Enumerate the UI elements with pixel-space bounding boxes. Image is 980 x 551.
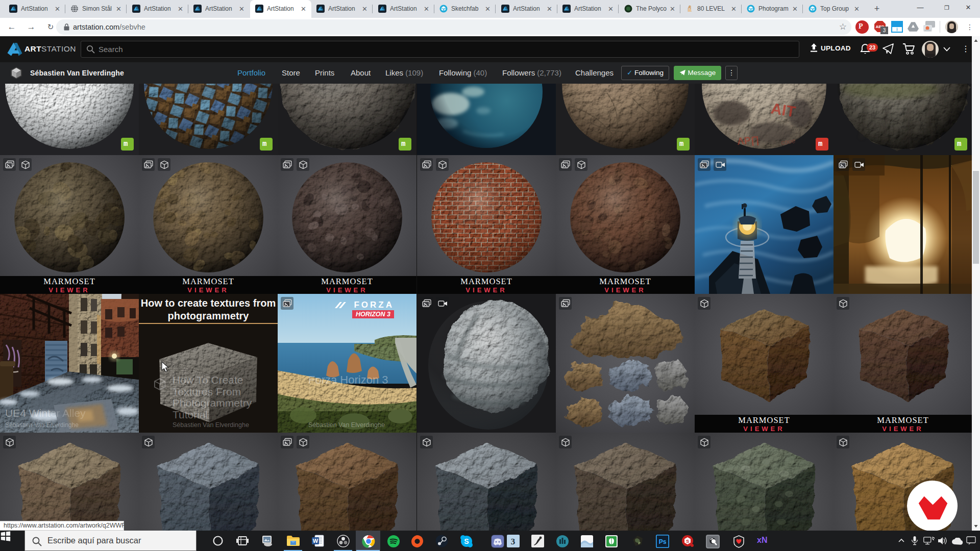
svg-text:S: S xyxy=(464,537,469,545)
svg-text:Ps: Ps xyxy=(659,538,667,545)
svg-text:S: S xyxy=(686,539,689,544)
svg-text:cοоe: cοоe xyxy=(780,137,796,146)
svg-text:3: 3 xyxy=(511,537,516,546)
svg-text:W: W xyxy=(313,538,318,544)
